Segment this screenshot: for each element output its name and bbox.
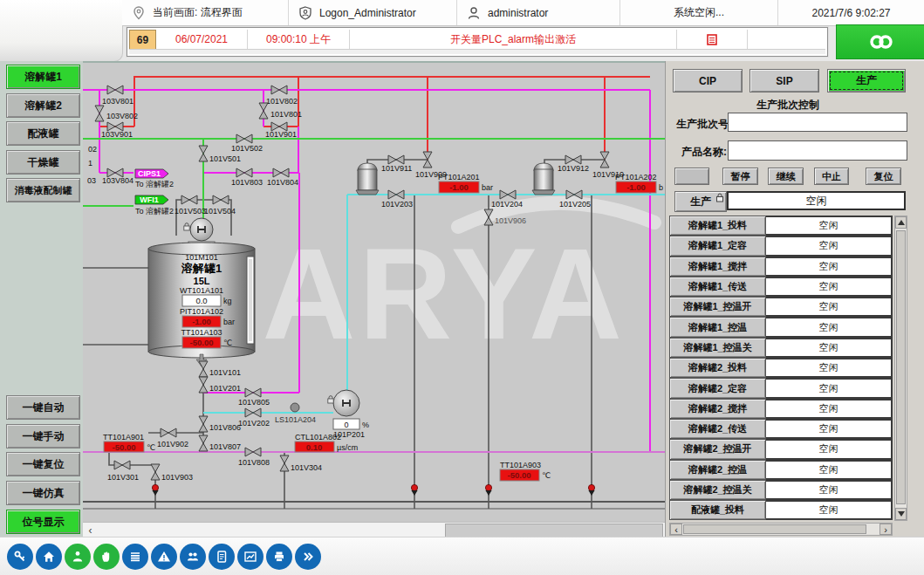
production-mode-button[interactable]: 生产 — [827, 69, 906, 92]
valve-101V802[interactable]: 101V802 — [266, 86, 298, 106]
drain-point — [152, 484, 158, 496]
continue-button[interactable]: 继续 — [768, 168, 804, 185]
step-name-button[interactable]: 溶解罐2_搅拌 — [669, 399, 766, 419]
valve-101V201[interactable]: 101V201 — [199, 377, 241, 393]
pause-button[interactable]: 暂停 — [722, 168, 758, 185]
valve-101V911[interactable]: 101V911 — [381, 155, 412, 173]
step-name-button[interactable]: 溶解罐2_控温关 — [669, 480, 766, 500]
cip-button[interactable]: CIP — [673, 69, 743, 92]
sidebar-item-drying-tank[interactable]: 干燥罐 — [6, 150, 80, 175]
valve-101V910[interactable]: 101V910 — [592, 152, 624, 179]
diagram-hscrollbar[interactable]: ‹ — [83, 522, 665, 537]
step-name-button[interactable]: 溶解罐1_定容 — [669, 236, 766, 256]
svg-text:To 溶解罐2: To 溶解罐2 — [135, 180, 174, 188]
alarm-row[interactable]: 69 06/07/2021 09:00:10 上午 开关量PLC_alarm输出… — [129, 30, 825, 49]
scroll-up-button[interactable] — [895, 216, 907, 229]
trend-chart-icon[interactable] — [237, 544, 264, 570]
valve-101V502[interactable]: 101V502 — [231, 134, 263, 153]
svg-text:101V804: 101V804 — [267, 178, 298, 187]
valve-101V806[interactable]: 101V806 — [199, 416, 241, 432]
home-icon[interactable] — [36, 544, 62, 570]
valve-103V802[interactable]: 103V802 — [95, 106, 138, 121]
valve-101V901[interactable]: 101V901 — [265, 122, 297, 139]
sip-button[interactable]: SIP — [749, 69, 819, 92]
more-icon[interactable] — [295, 544, 321, 570]
scroll-right-button[interactable]: › — [880, 524, 892, 535]
scroll-down-button[interactable] — [895, 508, 907, 520]
valve-101V912[interactable]: 101V912 — [558, 155, 589, 173]
sidebar-item-disinfect-tank[interactable]: 消毒液配制罐 — [6, 178, 80, 202]
valve-103V804[interactable]: 103V804 — [102, 168, 133, 185]
logon-cell[interactable]: Logon_Administrator — [289, 0, 457, 25]
valve-101V205[interactable]: 101V205 — [559, 190, 591, 209]
svg-text:℃: ℃ — [223, 339, 232, 347]
step-name-button[interactable]: 溶解罐2_传送 — [669, 419, 766, 439]
valve-101V909[interactable]: 101V909 — [415, 152, 447, 179]
step-name-button[interactable]: 溶解罐1_控温开 — [669, 297, 766, 317]
report-icon[interactable] — [209, 544, 235, 570]
auto-mode-icon[interactable] — [65, 544, 91, 570]
user-cell[interactable]: administrator — [457, 0, 620, 25]
key-icon[interactable] — [7, 544, 33, 570]
svg-text:0: 0 — [344, 421, 348, 429]
list-icon[interactable] — [122, 544, 148, 570]
step-name-button[interactable]: 溶解罐2_定容 — [669, 378, 766, 398]
svg-text:101V502: 101V502 — [231, 144, 263, 153]
valve-101V804[interactable]: 101V804 — [267, 168, 298, 187]
alarm-icon[interactable] — [151, 544, 177, 570]
scroll-thumb[interactable] — [683, 524, 866, 534]
valve-101V202[interactable]: 101V202 — [238, 408, 270, 428]
sidebar-action-tag-display[interactable]: 位号显示 — [6, 510, 80, 534]
valve-101V807[interactable]: 101V807 — [199, 435, 241, 451]
valve-101V902[interactable]: 101V902 — [157, 428, 188, 448]
sidebar-action-manual[interactable]: 一键手动 — [6, 424, 80, 448]
list-vscrollbar[interactable] — [894, 216, 907, 521]
sidebar-action-auto[interactable]: 一键自动 — [6, 395, 80, 420]
valve-103V901[interactable]: 103V901 — [101, 122, 133, 139]
step-name-button[interactable]: 溶解罐1_控温 — [669, 317, 766, 337]
users-icon[interactable] — [180, 544, 206, 570]
list-hscrollbar[interactable]: ‹ › — [669, 523, 893, 536]
valve-101V903[interactable]: 101V903 — [151, 464, 193, 482]
svg-text:b: b — [659, 183, 663, 192]
step-name-button[interactable]: 溶解罐1_投料 — [669, 216, 766, 236]
step-name-button[interactable]: 溶解罐1_搅拌 — [669, 257, 766, 277]
svg-text:101V201: 101V201 — [209, 384, 241, 393]
step-status-field: 空闲 — [766, 439, 893, 459]
scroll-thumb[interactable] — [896, 230, 906, 504]
valve-101V203[interactable]: 101V203 — [381, 190, 413, 209]
step-name-button[interactable]: 溶解罐1_传送 — [669, 277, 766, 297]
pump-101P201[interactable]: 0 % 101P201 — [328, 390, 369, 439]
reset-button[interactable]: 复位 — [866, 168, 901, 185]
step-status-field: 空闲 — [766, 257, 893, 277]
production-state-button[interactable]: 生产 — [674, 191, 727, 212]
valve-101V808[interactable]: 101V808 — [238, 448, 270, 467]
valve-101V204[interactable]: 101V204 — [491, 190, 523, 209]
valve-101V301[interactable]: 101V301 — [107, 461, 139, 482]
manual-mode-icon[interactable] — [93, 544, 120, 570]
sidebar-item-tank1[interactable]: 溶解罐1 — [6, 65, 80, 89]
sidebar-item-mixing-tank[interactable]: 配液罐 — [6, 121, 80, 146]
sidebar-action-simulate[interactable]: 一键仿真 — [6, 481, 80, 505]
valve-101V503[interactable]: 101V503 — [175, 195, 206, 216]
valve-103V801[interactable]: 103V801 — [102, 86, 133, 106]
sidebar-action-reset[interactable]: 一键复位 — [6, 452, 80, 476]
batch-no-input[interactable] — [728, 113, 907, 132]
step-name-button[interactable]: 溶解罐2_投料 — [669, 358, 766, 378]
product-name-input[interactable] — [728, 140, 907, 161]
step-name-button[interactable]: 溶解罐2_控温 — [669, 460, 766, 480]
print-icon[interactable] — [266, 544, 292, 570]
partial-label: 1 — [88, 159, 92, 168]
alarm-bar[interactable]: 69 06/07/2021 09:00:10 上午 开关量PLC_alarm输出… — [127, 27, 828, 57]
valve-101V304[interactable]: 101V304 — [280, 455, 322, 472]
connect-button[interactable] — [836, 24, 924, 59]
valve-101V805[interactable]: 101V805 — [238, 388, 270, 407]
scroll-left-button[interactable]: ‹ — [670, 524, 682, 535]
abort-button[interactable]: 中止 — [814, 168, 849, 185]
step-name-button[interactable]: 配液罐_投料 — [669, 500, 766, 520]
valve-101V803[interactable]: 101V803 — [231, 168, 263, 187]
step-name-button[interactable]: 溶解罐1_控温关 — [669, 338, 766, 358]
scroll-left-arrow[interactable]: ‹ — [83, 523, 98, 537]
step-name-button[interactable]: 溶解罐2_控温开 — [669, 439, 766, 459]
sidebar-item-tank2[interactable]: 溶解罐2 — [6, 93, 80, 118]
